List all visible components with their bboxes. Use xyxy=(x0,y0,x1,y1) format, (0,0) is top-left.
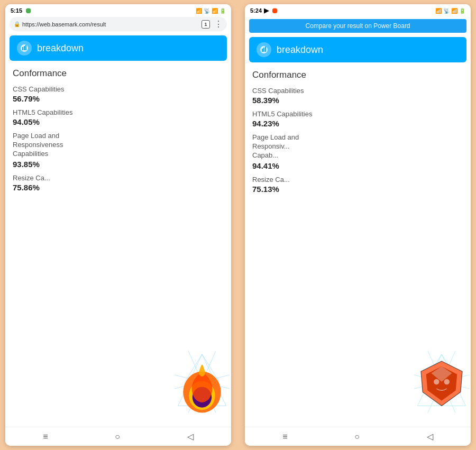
svg-line-5 xyxy=(202,354,226,406)
left-metric-label-1: HTML5 Capabilities xyxy=(13,108,224,116)
svg-line-12 xyxy=(188,351,216,413)
right-nav-back[interactable]: ◁ xyxy=(427,431,433,442)
right-nav-menu[interactable]: ≡ xyxy=(282,432,287,442)
left-menu-dots[interactable]: ⋮ xyxy=(214,19,223,29)
left-metric-value-1: 94.05% xyxy=(13,117,224,126)
svg-line-28 xyxy=(428,351,455,413)
svg-line-21 xyxy=(442,354,466,406)
right-breakdown-bar[interactable]: breakdown xyxy=(249,37,466,62)
right-breakdown-icon xyxy=(257,42,271,57)
right-metric-value-1: 94.23% xyxy=(252,119,463,128)
left-phone-panel: 5:15 ⏺ 📶 📡 📶 🔋 🔒 https://web.basemark.co… xyxy=(0,0,236,450)
left-metric-value-3: 75.86% xyxy=(13,183,224,192)
svg-point-13 xyxy=(183,372,221,413)
svg-rect-18 xyxy=(263,48,264,52)
left-conformance-title: Conformance xyxy=(13,68,224,79)
right-youtube-icon: ▶ xyxy=(264,7,269,14)
svg-point-30 xyxy=(444,379,450,384)
left-content-area: Conformance CSS Capabilities 56.79% HTML… xyxy=(5,63,231,427)
left-browser-logo xyxy=(168,347,231,416)
right-metric-value-3: 75.13% xyxy=(252,185,463,194)
left-phone-screen: 5:15 ⏺ 📶 📡 📶 🔋 🔒 https://web.basemark.co… xyxy=(5,4,231,446)
svg-point-29 xyxy=(434,379,439,384)
right-browser-logo xyxy=(407,347,471,416)
right-dot: ⏺ xyxy=(271,6,278,15)
right-status-left: 5:24 ▶ ⏺ xyxy=(250,6,278,15)
left-metric-label-2: Page Load andResponsivenessCapabilities xyxy=(13,132,224,159)
svg-line-8 xyxy=(202,354,219,382)
left-address-bar[interactable]: 🔒 https://web.basemark.com/result 1 ⋮ xyxy=(10,17,227,31)
svg-line-7 xyxy=(185,354,203,382)
left-metric-label-3: Resize Ca... xyxy=(13,174,224,182)
right-conformance-title: Conformance xyxy=(252,70,463,80)
left-nav-back[interactable]: ◁ xyxy=(187,431,194,442)
right-metric-label-1: HTML5 Capabilities xyxy=(252,110,463,118)
left-sim-icon: 📶 xyxy=(196,8,202,14)
svg-rect-1 xyxy=(22,47,23,50)
svg-point-15 xyxy=(193,387,212,408)
left-nav-home[interactable]: ○ xyxy=(115,432,120,442)
right-phone-screen: 5:24 ▶ ⏺ 📶 📡 📶 🔋 Compare your result on … xyxy=(245,4,471,446)
right-metric-label-3: Resize Ca... xyxy=(252,176,463,183)
left-status-left: 5:15 ⏺ xyxy=(11,6,32,15)
right-nav-home[interactable]: ○ xyxy=(354,432,360,442)
left-tab-badge[interactable]: 1 xyxy=(202,20,210,29)
right-phone-panel: 5:24 ▶ ⏺ 📶 📡 📶 🔋 Compare your result on … xyxy=(240,0,476,450)
power-board-button[interactable]: Compare your result on Power Board xyxy=(249,19,466,33)
svg-line-23 xyxy=(425,354,442,382)
right-nav-bar: ≡ ○ ◁ xyxy=(245,427,471,446)
left-signal-icon: 📶 xyxy=(212,8,218,14)
left-dot: ⏺ xyxy=(24,6,32,15)
left-metric-label-0: CSS Capabilities xyxy=(13,85,224,93)
right-wifi-icon: 📡 xyxy=(443,8,450,14)
left-nav-menu[interactable]: ≡ xyxy=(43,432,48,442)
right-metric-label-0: CSS Capabilities xyxy=(252,87,463,95)
svg-line-9 xyxy=(175,375,230,389)
right-breakdown-label: breakdown xyxy=(277,44,323,56)
right-sim-icon: 📶 xyxy=(435,8,442,14)
left-status-right: 📶 📡 📶 🔋 xyxy=(196,8,226,14)
left-url: https://web.basemark.com/result xyxy=(22,21,197,27)
svg-rect-3 xyxy=(25,45,26,50)
left-status-bar: 5:15 ⏺ 📶 📡 📶 🔋 xyxy=(5,4,231,17)
right-content-area: Conformance CSS Capabilities 58.39% HTML… xyxy=(245,65,471,427)
right-time: 5:24 xyxy=(250,7,262,14)
right-status-bar: 5:24 ▶ ⏺ 📶 📡 📶 🔋 xyxy=(245,4,471,17)
left-lock-icon: 🔒 xyxy=(14,21,20,27)
right-status-right: 📶 📡 📶 🔋 xyxy=(435,8,465,14)
left-metric-value-2: 93.85% xyxy=(13,160,224,169)
left-metric-value-0: 56.79% xyxy=(13,94,224,103)
left-time: 5:15 xyxy=(11,7,22,14)
svg-rect-19 xyxy=(265,47,266,52)
svg-rect-17 xyxy=(262,49,263,52)
svg-rect-2 xyxy=(24,46,25,50)
left-wifi-icon: 📡 xyxy=(204,8,210,14)
svg-line-11 xyxy=(188,351,216,413)
svg-line-26 xyxy=(414,375,469,389)
svg-line-10 xyxy=(175,375,230,389)
right-metric-value-2: 94.41% xyxy=(252,161,463,170)
svg-point-14 xyxy=(189,381,215,410)
right-battery-icon: 🔋 xyxy=(459,8,465,14)
right-metric-label-2: Page Load andResponsiv...Capab... xyxy=(252,133,463,160)
svg-line-24 xyxy=(442,354,459,382)
right-metric-value-0: 58.39% xyxy=(252,96,463,105)
svg-line-25 xyxy=(414,375,469,389)
svg-line-27 xyxy=(428,351,455,413)
svg-line-20 xyxy=(418,354,442,406)
svg-line-4 xyxy=(178,354,203,406)
right-signal-icon: 📶 xyxy=(451,8,457,14)
left-nav-bar: ≡ ○ ◁ xyxy=(5,427,231,446)
left-breakdown-icon xyxy=(17,41,32,56)
left-battery-icon: 🔋 xyxy=(219,8,226,14)
left-breakdown-label: breakdown xyxy=(37,43,84,54)
left-breakdown-bar[interactable]: breakdown xyxy=(10,35,227,61)
